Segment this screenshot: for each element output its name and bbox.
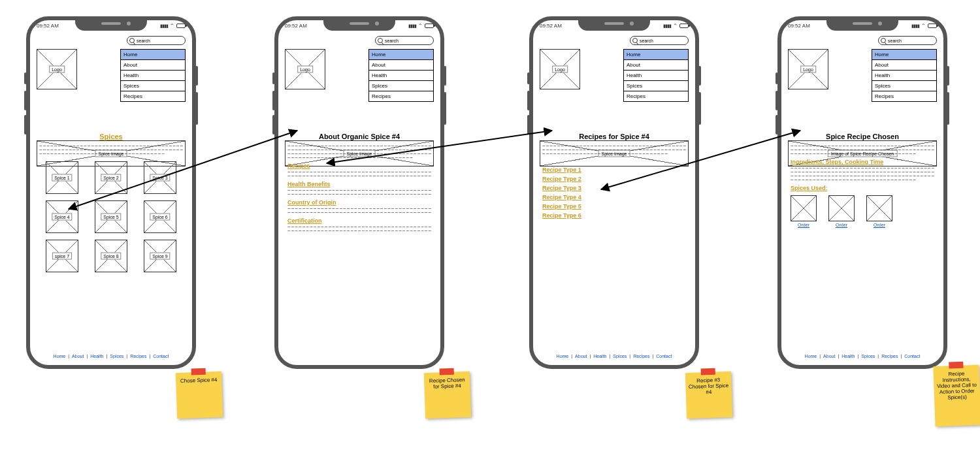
spice-tile-9[interactable]: Spice 9	[144, 240, 176, 272]
section-ingredients: Ingredients, Steps, Cooking Time	[791, 159, 934, 165]
section-recipes[interactable]: Recipes	[287, 163, 431, 169]
search-icon	[632, 38, 638, 43]
nav-item-home[interactable]: Home	[121, 50, 185, 60]
nav-item-health[interactable]: Health	[369, 71, 433, 81]
nav-item-health[interactable]: Health	[624, 71, 688, 81]
spice-used-3[interactable]: Order	[866, 195, 892, 227]
section-health-benefits[interactable]: Health Benefits	[287, 181, 431, 187]
search-input[interactable]: search	[375, 36, 434, 45]
logo-placeholder: Logo	[37, 49, 77, 89]
order-link[interactable]: Order	[791, 223, 817, 227]
footer-link[interactable]: About	[575, 354, 587, 358]
recipe-link-6[interactable]: Recipe Type 6	[542, 212, 686, 219]
footer-link[interactable]: Contact	[153, 354, 169, 358]
recipe-link-2[interactable]: Recipe Type 2	[542, 176, 686, 182]
main-nav: Home About Health Spices Recipes	[120, 49, 186, 102]
search-icon	[129, 38, 135, 43]
page-title: About Organic Spice #4	[285, 133, 434, 140]
spice-tile-6[interactable]: Spice 6	[144, 200, 176, 233]
nav-item-spices[interactable]: Spices	[121, 81, 185, 91]
spice-tile-1[interactable]: Spice 1	[46, 161, 78, 194]
nav-item-health[interactable]: Health	[872, 71, 936, 81]
spice-tile-8[interactable]: Spice 8	[95, 240, 127, 272]
footer-link[interactable]: Contact	[656, 354, 672, 358]
main-nav: Home About Health Spices Recipes	[623, 49, 689, 102]
footer-link[interactable]: Recipes	[633, 354, 649, 358]
recipe-link-5[interactable]: Recipe Type 5	[542, 203, 686, 210]
nav-item-home[interactable]: Home	[872, 50, 936, 60]
footer-link[interactable]: Spices	[110, 354, 123, 358]
nav-item-spices[interactable]: Spices	[872, 81, 936, 91]
battery-icon	[176, 24, 186, 28]
main-nav: Home About Health Spices Recipes	[368, 49, 434, 102]
footer-link[interactable]: Health	[841, 354, 855, 358]
footer-link[interactable]: Home	[557, 354, 569, 358]
phone-frame-1: 09:52 AM ▮▮▮▮⌃ search Logo Home About He…	[26, 16, 196, 369]
nav-item-home[interactable]: Home	[369, 50, 433, 60]
order-link[interactable]: Order	[828, 223, 855, 227]
search-input[interactable]: search	[127, 36, 186, 45]
search-input[interactable]: search	[878, 36, 937, 45]
search-input[interactable]: search	[630, 36, 689, 45]
recipe-link-1[interactable]: Recipe Type 1	[542, 167, 686, 173]
footer-link[interactable]: Home	[54, 354, 66, 358]
order-link[interactable]: Order	[866, 223, 892, 227]
section-country-of-origin[interactable]: Country of Origin	[287, 199, 431, 206]
nav-item-about[interactable]: About	[369, 60, 433, 71]
footer-link[interactable]: Recipes	[130, 354, 146, 358]
status-time: 09:52 AM	[37, 23, 59, 29]
spice-tile-7[interactable]: spice 7	[46, 240, 78, 272]
nav-item-about[interactable]: About	[624, 60, 688, 71]
footer-nav: Home| About| Health| Spices| Recipes| Co…	[37, 354, 186, 358]
sticky-note-4: Recipe Instructions, Video and Call to A…	[933, 365, 980, 426]
footer-link[interactable]: Health	[593, 354, 606, 358]
search-placeholder: search	[137, 39, 150, 43]
nav-item-recipes[interactable]: Recipes	[369, 91, 433, 101]
sticky-note-3: Recipe #3 Chosen for Spice #4	[685, 372, 732, 419]
footer-link[interactable]: Spices	[613, 354, 627, 358]
footer-nav: Home| About| Health| Spices| Recipes| Co…	[540, 354, 689, 358]
search-icon	[881, 38, 886, 43]
sticky-note-1: Chose Spice #4	[176, 372, 223, 419]
footer-link[interactable]: Contact	[904, 354, 920, 358]
search-icon	[378, 38, 383, 43]
spice-used-1[interactable]: Order	[791, 195, 817, 227]
recipe-link-3[interactable]: Recipe Type 3	[542, 185, 686, 191]
page-title: Spices	[37, 133, 186, 140]
wifi-icon: ⌃	[170, 23, 174, 29]
nav-item-health[interactable]: Health	[121, 71, 185, 81]
footer-link[interactable]: Recipes	[881, 354, 898, 358]
section-certification[interactable]: Certification	[287, 217, 431, 224]
nav-item-home[interactable]: Home	[624, 50, 688, 60]
spice-tile-3[interactable]: Spice 3	[144, 161, 176, 194]
recipe-link-4[interactable]: Recipe Type 4	[542, 194, 686, 200]
nav-item-recipes[interactable]: Recipes	[121, 91, 185, 101]
section-spices-used: Spices Used:	[791, 185, 934, 191]
nav-item-about[interactable]: About	[121, 60, 185, 71]
footer-link[interactable]: Spices	[861, 354, 875, 358]
spice-tile-2[interactable]: Spice 2	[95, 161, 127, 194]
phone-frame-3: 09:52 AM ▮▮▮▮⌃ search Logo Home About He…	[529, 16, 699, 369]
logo-placeholder: Logo	[788, 49, 828, 89]
page-title: Recipes for Spice #4	[540, 133, 689, 140]
footer-link[interactable]: Health	[90, 354, 103, 358]
nav-item-spices[interactable]: Spices	[624, 81, 688, 91]
logo-placeholder: Logo	[540, 49, 580, 89]
nav-item-recipes[interactable]: Recipes	[872, 91, 936, 101]
spice-used-2[interactable]: Order	[828, 195, 855, 227]
phone-frame-2: 09:52 AM ▮▮▮▮⌃ search Logo Home About He…	[274, 16, 444, 369]
footer-link[interactable]: About	[72, 354, 84, 358]
footer-link[interactable]: About	[823, 354, 835, 358]
logo-placeholder: Logo	[285, 49, 325, 89]
footer-link[interactable]: Home	[805, 354, 817, 358]
spice-tile-4[interactable]: Spice 4	[46, 200, 78, 233]
nav-item-recipes[interactable]: Recipes	[624, 91, 688, 101]
footer-nav: Home| About| Health| Spices| Recipes| Co…	[788, 354, 937, 358]
nav-item-about[interactable]: About	[872, 60, 936, 71]
main-nav: Home About Health Spices Recipes	[872, 49, 937, 102]
page-title: Spice Recipe Chosen	[788, 133, 937, 140]
sticky-note-2: Recipe Chosen for Spice #4	[424, 372, 471, 419]
nav-item-spices[interactable]: Spices	[369, 81, 433, 91]
signal-icon: ▮▮▮▮	[160, 24, 168, 29]
spice-tile-5[interactable]: Spice 5	[95, 200, 127, 233]
